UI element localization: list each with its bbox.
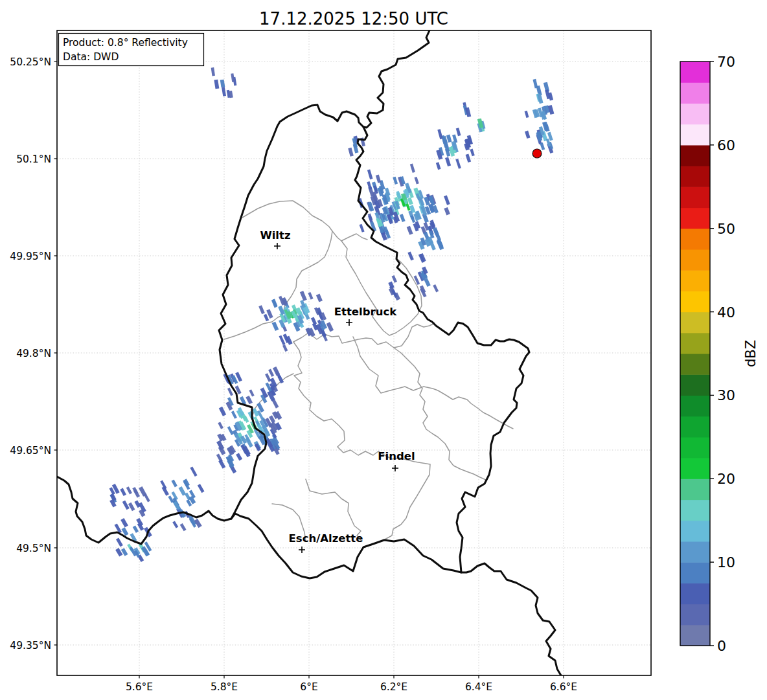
- precip-cell: [466, 154, 472, 163]
- precip-cell: [249, 389, 254, 396]
- y-tick-label: 49.65°N: [10, 445, 51, 457]
- y-tick-label: 49.35°N: [10, 640, 51, 651]
- region-border: [293, 342, 407, 460]
- colorbar-segment: [680, 500, 710, 521]
- colorbar-segment: [680, 312, 710, 333]
- precip-cell: [436, 162, 441, 170]
- precip-cell: [265, 373, 271, 382]
- colorbar-segment: [680, 186, 710, 208]
- colorbar-segment: [680, 374, 710, 396]
- precip-cell: [268, 369, 274, 377]
- city-label: Esch/Alzette: [289, 532, 363, 545]
- colorbar-tick-label: 40: [717, 304, 735, 321]
- precip-cell: [414, 275, 420, 285]
- precip-cell: [136, 518, 143, 526]
- colorbar-segment: [680, 437, 710, 458]
- y-tick-label: 49.8°N: [16, 348, 51, 359]
- precip-cell: [264, 314, 269, 322]
- city-marker: [299, 547, 305, 553]
- colorbar-segment: [680, 124, 710, 146]
- x-tick-label: 5.8°E: [211, 681, 238, 693]
- precipitation-cells: [109, 67, 555, 562]
- y-tick-label: 49.5°N: [16, 543, 51, 554]
- page-title: 17.12.2025 12:50 UTC: [259, 9, 448, 28]
- precip-cell: [218, 460, 225, 469]
- colorbar-segment: [680, 562, 710, 583]
- colorbar-segment: [680, 208, 710, 229]
- map-markers: WiltzEttelbruckFindelEsch/Alzette: [260, 149, 542, 553]
- colorbar-segment: [680, 541, 710, 563]
- precip-cell: [180, 523, 187, 531]
- precip-cell: [400, 214, 406, 222]
- city-label: Ettelbruck: [334, 306, 397, 318]
- precip-cell: [540, 142, 545, 150]
- precip-cell: [227, 426, 234, 435]
- precip-cell: [433, 284, 439, 292]
- x-tick-label: 6.2°E: [380, 681, 407, 693]
- precip-cell: [257, 403, 264, 412]
- precip-cell: [116, 538, 123, 547]
- colorbar-segment: [680, 521, 710, 542]
- y-tick-label: 49.95°N: [10, 251, 51, 262]
- precip-cell: [198, 484, 205, 493]
- colorbar-tick-label: 60: [717, 137, 735, 153]
- precip-cell: [133, 526, 139, 533]
- radar-map-canvas: 17.12.2025 12:50 UTC WiltzEttelbruckFind…: [0, 0, 767, 700]
- colorbar-segment: [680, 604, 710, 626]
- precip-cell: [326, 322, 334, 332]
- colorbar-segment: [680, 333, 710, 354]
- x-tick-label: 6.6°E: [550, 681, 577, 693]
- precip-cell: [222, 87, 226, 96]
- precip-cell: [444, 207, 450, 216]
- country-border: [363, 30, 429, 128]
- info-box-source: Data: DWD: [63, 51, 119, 63]
- precip-cell: [525, 111, 529, 118]
- precip-cell: [211, 67, 215, 76]
- colorbar-segment: [680, 458, 710, 479]
- colorbar: dBZ 010203040506070: [680, 54, 759, 654]
- colorbar-segment: [680, 291, 710, 312]
- precip-cell: [470, 149, 474, 157]
- precip-cell: [407, 226, 413, 235]
- colorbar-segment: [680, 249, 710, 271]
- precip-cell: [455, 159, 461, 169]
- precip-cell: [392, 275, 398, 283]
- precip-cell: [120, 488, 126, 496]
- region-borders: [224, 201, 513, 541]
- colorbar-segment: [680, 354, 710, 375]
- precip-cell: [282, 344, 288, 352]
- y-tick-label: 50.25°N: [10, 56, 51, 68]
- region-border: [394, 321, 435, 348]
- precip-cell: [126, 486, 132, 494]
- precip-cell: [214, 80, 219, 89]
- colorbar-tick-label: 30: [717, 387, 735, 403]
- x-tick-label: 5.6°E: [126, 681, 153, 693]
- x-tick-label: 6.4°E: [465, 681, 492, 693]
- precip-cell: [219, 407, 226, 416]
- colorbar-segment: [680, 82, 710, 104]
- colorbar-segment: [680, 395, 710, 416]
- grid-lines: [57, 30, 651, 675]
- city-label: Findel: [378, 450, 415, 462]
- colorbar-segment: [680, 270, 710, 291]
- colorbar-tick-label: 70: [717, 54, 735, 70]
- y-tick-label: 50.1°N: [16, 153, 51, 165]
- precip-cell: [236, 453, 242, 460]
- precip-cell: [273, 367, 280, 376]
- precip-cell: [272, 322, 279, 331]
- precip-cell: [360, 224, 365, 232]
- precip-cell: [178, 486, 186, 496]
- precip-cell: [190, 466, 197, 477]
- precip-cell: [376, 175, 381, 183]
- precip-cell: [367, 170, 373, 180]
- precip-cell: [220, 80, 225, 87]
- precip-cell: [316, 294, 323, 302]
- city-marker: [346, 319, 352, 326]
- precip-cell: [115, 548, 122, 556]
- colorbar-tick-label: 10: [717, 554, 735, 570]
- colorbar-segment: [680, 62, 710, 83]
- precip-cell: [300, 291, 307, 301]
- x-tick-label: 6°E: [300, 681, 317, 693]
- radar-site-marker: [532, 149, 542, 158]
- precip-cell: [308, 292, 313, 300]
